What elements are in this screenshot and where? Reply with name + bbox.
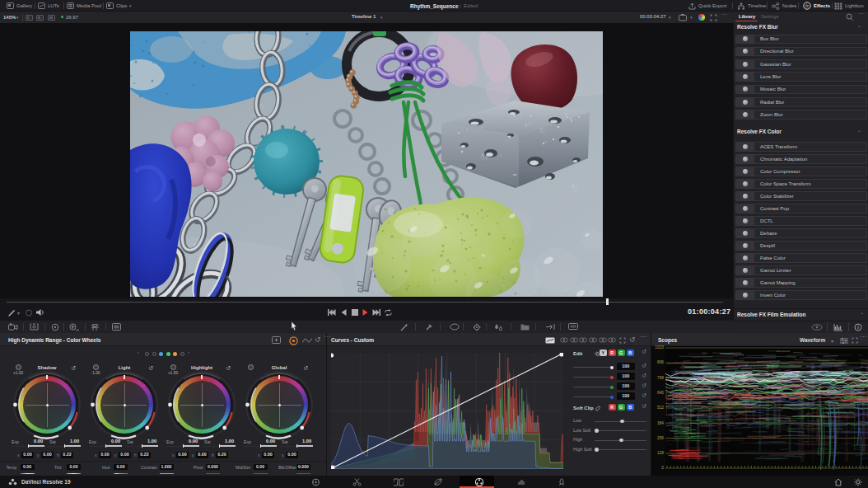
svg-text:fx: fx: [805, 3, 809, 8]
svg-text:HDR: HDR: [76, 328, 79, 332]
